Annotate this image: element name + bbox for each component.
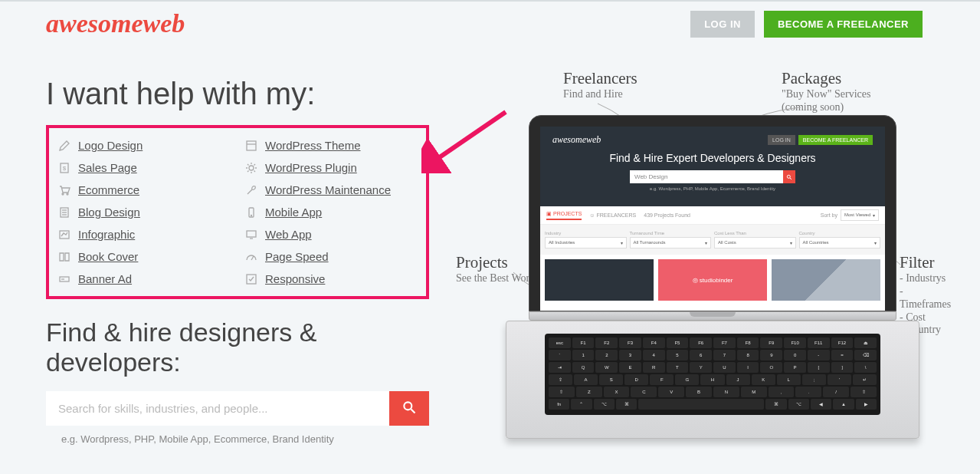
key-row: ⇧ZXCVBNM,./⇧: [549, 387, 877, 397]
category-item: Web App: [245, 228, 417, 241]
key: F8: [737, 337, 759, 348]
key: F2: [595, 337, 618, 348]
logo[interactable]: awesomeweb: [46, 9, 185, 38]
key: F4: [643, 337, 665, 348]
category-link-wordpress-plugin[interactable]: WordPress Plugin: [265, 161, 357, 174]
key-row: ⇥QWERTYUIOP[]\: [549, 362, 877, 373]
filter-item: - Timeframes: [900, 285, 951, 311]
mini-filters: Industry All Industries▾ Turnaround Time…: [540, 225, 885, 255]
svg-line-22: [433, 112, 506, 162]
key: ⇧: [851, 387, 877, 397]
category-item: Responsive: [245, 272, 417, 285]
key: 5: [667, 350, 689, 360]
wrench-icon: [245, 184, 257, 196]
keyboard: escF1F2F3F4F5F6F7F8F9F10F11F12⏏ `1234567…: [545, 334, 880, 415]
key-row: fn⌃⌥⌘⌘⌥◀▲▶: [549, 399, 877, 410]
category-box-highlight: Logo Design WordPress Theme $ Sales Page…: [46, 125, 429, 299]
key: O: [760, 362, 782, 373]
key: 2: [595, 350, 618, 360]
key-row: escF1F2F3F4F5F6F7F8F9F10F11F12⏏: [549, 337, 877, 348]
right-column: Freelancers Find and Hire Packages "Buy …: [429, 77, 934, 445]
svg-line-21: [411, 410, 415, 413]
header-buttons: LOG IN BECOME A FREELANCER: [690, 11, 923, 38]
category-link-banner-ad[interactable]: Banner Ad: [78, 272, 132, 285]
key: H: [700, 374, 724, 385]
svg-point-20: [404, 402, 411, 410]
login-button[interactable]: LOG IN: [690, 11, 755, 38]
mini-tab-projects: ▣ PROJECTS: [546, 211, 582, 220]
category-link-blog-design[interactable]: Blog Design: [78, 206, 140, 219]
key: ]: [831, 362, 854, 373]
laptop-screen: awesomeweb LOG IN BECOME A FREELANCER Fi…: [540, 127, 885, 311]
search-button[interactable]: [389, 391, 429, 426]
svg-line-24: [790, 178, 792, 179]
category-link-wordpress-maintenance[interactable]: WordPress Maintenance: [265, 183, 391, 196]
key: Q: [572, 362, 595, 373]
book-icon: [58, 251, 70, 263]
mini-tab-freelancers: ☺ FREELANCERS: [589, 211, 636, 220]
key: `: [549, 350, 571, 360]
mini-found-count: 439 Projects Found: [644, 211, 690, 220]
mini-filter-industry: Industry All Industries▾: [545, 231, 627, 249]
key: A: [574, 374, 598, 385]
category-link-sales-page[interactable]: Sales Page: [78, 161, 137, 174]
svg-text:$: $: [63, 165, 67, 172]
chart-icon: [58, 229, 70, 241]
category-link-wordpress-theme[interactable]: WordPress Theme: [265, 139, 361, 152]
gear-icon: [245, 162, 257, 174]
search-input[interactable]: [46, 391, 389, 426]
laptop-hinge: [529, 311, 896, 321]
svg-point-12: [251, 215, 252, 216]
category-link-ecommerce[interactable]: Ecommerce: [78, 183, 139, 196]
key: Z: [576, 387, 602, 397]
key: G: [675, 374, 699, 385]
document-icon: [58, 206, 70, 219]
mini-tabs: ▣ PROJECTS ☺ FREELANCERS 439 Projects Fo…: [540, 206, 885, 225]
key: .: [795, 387, 821, 397]
dollar-icon: $: [58, 162, 70, 174]
cart-icon: [58, 184, 70, 196]
key: F10: [784, 337, 806, 348]
category-link-page-speed[interactable]: Page Speed: [265, 250, 329, 263]
category-link-web-app[interactable]: Web App: [265, 228, 312, 241]
heading-want-help: I want help with my:: [46, 77, 429, 111]
annotation-freelancers: Freelancers Find and Hire: [563, 69, 637, 101]
search-icon: [402, 400, 417, 417]
key: F9: [760, 337, 782, 348]
svg-rect-14: [247, 231, 256, 237]
key: F12: [831, 337, 854, 348]
key: 3: [619, 350, 641, 360]
svg-line-16: [251, 256, 254, 260]
key: 0: [784, 350, 806, 360]
key: X: [604, 387, 630, 397]
category-link-responsive[interactable]: Responsive: [265, 272, 325, 285]
key: P: [784, 362, 806, 373]
key: T: [667, 362, 689, 373]
key: ⇪: [549, 374, 572, 385]
mini-filter-label: Industry: [545, 231, 627, 235]
mini-filter-label: Country: [799, 231, 881, 235]
key: F5: [667, 337, 689, 348]
annotation-title: Filter: [900, 253, 935, 272]
category-grid: Logo Design WordPress Theme $ Sales Page…: [58, 139, 417, 285]
category-link-logo-design[interactable]: Logo Design: [78, 139, 143, 152]
mini-filter-select: All Industries▾: [545, 237, 627, 249]
key: R: [643, 362, 665, 373]
pencil-icon: [58, 140, 70, 152]
banner-icon: [58, 273, 70, 285]
category-link-infographic[interactable]: Infographic: [78, 228, 135, 241]
become-freelancer-button[interactable]: BECOME A FREELANCER: [764, 11, 923, 38]
key: ▶: [856, 399, 877, 410]
category-link-mobile-app[interactable]: Mobile App: [265, 206, 322, 219]
gauge-icon: [245, 251, 257, 263]
key: ◀: [811, 399, 831, 410]
category-link-book-cover[interactable]: Book Cover: [78, 250, 138, 263]
mini-search-input: Web Design: [630, 170, 783, 183]
mini-logo: awesomeweb: [552, 134, 601, 146]
key: 8: [737, 350, 759, 360]
search-row: [46, 391, 429, 426]
category-item: WordPress Maintenance: [245, 183, 417, 196]
category-item: Book Cover: [58, 250, 230, 263]
mini-filter-label: Turnaround Time: [630, 231, 712, 235]
mini-sort-select: Most Viewed▾: [841, 209, 879, 221]
